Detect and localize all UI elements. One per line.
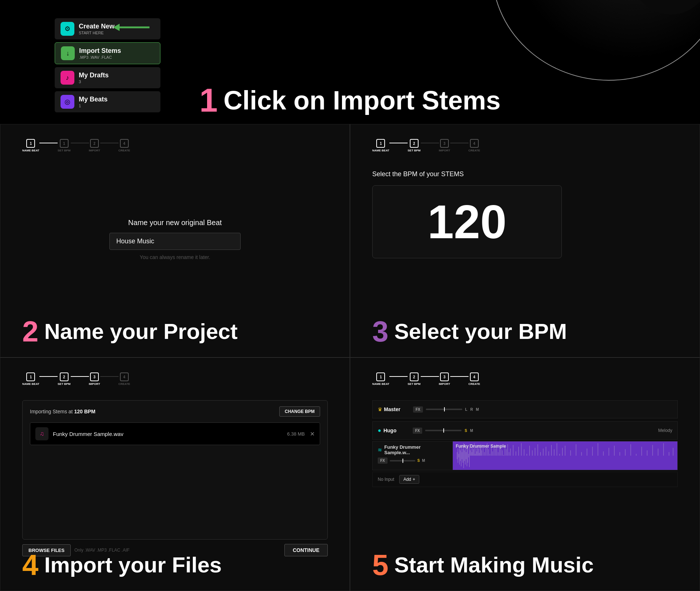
hugo-label: Hugo	[384, 428, 413, 433]
master-m-button[interactable]: M	[476, 407, 479, 412]
file-item: ♫ Funky Drummer Sample.wav 6.38 MB ✕	[30, 422, 320, 445]
import-stems-title: Import Stems	[79, 47, 121, 55]
step-circle-3-q4: 3	[440, 372, 449, 381]
hugo-s-button[interactable]: S	[464, 429, 467, 433]
step-line-3-q2	[450, 143, 468, 143]
step-line-2-q3	[71, 376, 89, 377]
my-drafts-text: My Drafts 3	[79, 72, 109, 84]
file-music-icon: ♫	[35, 427, 48, 440]
step-label-3-q2: IMPORT	[439, 149, 450, 152]
master-fader[interactable]	[426, 409, 462, 410]
hugo-icon: ●	[378, 427, 381, 434]
bpm-section-label: Select the BPM of your STEMS	[372, 170, 464, 178]
quadrant-daw: 1 NAME BEAT 2 SET BPM 3 IMPORT 4 CREATE …	[350, 358, 700, 591]
rename-hint: You can always rename it later.	[140, 254, 210, 260]
step-node-3-q2: 3 IMPORT	[439, 139, 450, 152]
change-bpm-button[interactable]: CHANGE BPM	[279, 406, 320, 417]
step-line-2-q1	[71, 143, 89, 143]
step-line-3-q1	[100, 143, 118, 143]
step-node-4-q2: 4 CREATE	[468, 139, 480, 152]
step-circle-1-q3: 1	[26, 372, 35, 381]
bpm-display[interactable]: 120	[372, 185, 562, 258]
svg-marker-35	[113, 24, 120, 31]
menu-item-import-stems[interactable]: ↓ Import Stems .MP3 .WAV .FLAC	[55, 42, 160, 64]
step-label-4-q1: CREATE	[118, 149, 130, 152]
step-line-1-q4	[389, 376, 408, 377]
arrow-icon	[109, 18, 153, 36]
q3-bottom-label: 4 Import your Files	[22, 551, 222, 580]
top-section: ⚙ Create New START HERE ↓ Import Stems .…	[0, 0, 700, 124]
step-circle-1-q2: 1	[376, 139, 385, 148]
q4-step-text: Start Making Music	[394, 554, 594, 576]
master-r-label: R	[470, 407, 473, 412]
step-progress-q1: 1 NAME BEAT 1 SET BPM 2 IMPORT 4 CREATE	[22, 139, 328, 152]
step-label-1-q4: NAME BEAT	[372, 382, 389, 386]
waveform-display: Funky Drummer Sample	[453, 441, 677, 470]
bpm-content: Select the BPM of your STEMS 120	[372, 163, 678, 323]
step-circle-3-q2: 3	[440, 139, 449, 148]
q2-step-text: Select your BPM	[394, 321, 567, 343]
hugo-fader[interactable]	[425, 430, 462, 431]
funky-drummer-row: ≋ Funky Drummer Sample.w... FX S M Funky…	[372, 441, 678, 470]
q3-step-num: 4	[22, 551, 39, 580]
name-beat-label: Name your new original Beat	[128, 219, 222, 227]
master-fx-button[interactable]: FX	[413, 406, 423, 413]
q4-bottom-label: 5 Start Making Music	[372, 551, 594, 580]
waveform-m-button[interactable]: M	[422, 459, 425, 463]
step-node-1-q1: 1 NAME BEAT	[22, 139, 39, 152]
menu-item-my-drafts[interactable]: ♪ My Drafts 3	[55, 67, 160, 88]
step-label-2-q2: SET BPM	[408, 149, 421, 152]
q3-step-text: Import your Files	[44, 554, 222, 576]
step-node-3-q4: 3 IMPORT	[439, 372, 450, 386]
my-drafts-title: My Drafts	[79, 72, 109, 79]
quadrant-bpm: 1 NAME BEAT 2 SET BPM 3 IMPORT 4 CREATE …	[350, 124, 700, 358]
add-label: Add	[403, 477, 411, 482]
step-label-4-q4: CREATE	[468, 382, 480, 386]
q2-bottom-label: 3 Select your BPM	[372, 317, 567, 346]
beat-name-input[interactable]	[109, 233, 241, 250]
step-label-2-q1: SET BPM	[58, 149, 71, 152]
my-drafts-icon: ♪	[61, 71, 74, 85]
menu-item-my-beats[interactable]: ◎ My Beats 1	[55, 91, 160, 112]
continue-button[interactable]: CONTINUE	[284, 544, 328, 556]
import-box: Importing Stems at 120 BPM CHANGE BPM ♫ …	[22, 400, 328, 540]
arrow-indicator	[109, 18, 153, 36]
master-label: Master	[384, 406, 413, 412]
import-stems-text: Import Stems .MP3 .WAV .FLAC	[79, 47, 121, 59]
step-label-1-q2: NAME BEAT	[372, 149, 389, 152]
waveform-controls: FX S M	[378, 457, 447, 464]
step-line-2-q2	[421, 143, 439, 143]
step-progress-q2: 1 NAME BEAT 2 SET BPM 3 IMPORT 4 CREATE	[372, 139, 678, 152]
step-label-3-q1: IMPORT	[89, 149, 100, 152]
quadrant-import: 1 NAME BEAT 2 SET BPM 3 IMPORT 4 CREATE	[0, 358, 350, 591]
step-circle-3-q1: 2	[90, 139, 99, 148]
waveform-label-overlay: Funky Drummer Sample	[456, 444, 506, 449]
my-beats-title: My Beats	[79, 96, 108, 103]
waveform-s-button[interactable]: S	[417, 459, 420, 463]
daw-content: ♛ Master FX L R M ● Hugo FX S M	[372, 397, 678, 556]
q2-step-num: 3	[372, 317, 389, 346]
master-l-label: L	[465, 407, 467, 412]
file-size: 6.38 MB	[287, 431, 305, 437]
bpm-highlight: 120 BPM	[74, 409, 95, 414]
step-label-2-q3: SET BPM	[58, 382, 71, 386]
step-circle-2-q2: 2	[410, 139, 419, 148]
file-remove-button[interactable]: ✕	[310, 430, 315, 437]
step-circle-1-q4: 1	[376, 372, 385, 381]
waveform-fader[interactable]	[390, 460, 415, 461]
hugo-fx-button[interactable]: FX	[413, 428, 423, 434]
step-circle-2-q3: 2	[60, 372, 69, 381]
step-line-1-q1	[39, 143, 58, 143]
step-label-1-q1: NAME BEAT	[22, 149, 39, 152]
step-line-3-q3	[100, 376, 118, 377]
hugo-m-button[interactable]: M	[470, 429, 473, 433]
add-button[interactable]: Add +	[399, 475, 419, 484]
waveform-fx-button[interactable]: FX	[378, 457, 388, 464]
hugo-track: ● Hugo FX S M Melody	[372, 421, 678, 440]
crown-icon: ♛	[378, 406, 382, 412]
q1-step-text: Name your Project	[44, 321, 238, 343]
step-circle-4-q2: 4	[470, 139, 479, 148]
step-node-2-q3: 2 SET BPM	[58, 372, 71, 386]
step-line-1-q2	[389, 143, 408, 143]
quadrant-name-project: 1 NAME BEAT 1 SET BPM 2 IMPORT 4 CREATE …	[0, 124, 350, 358]
